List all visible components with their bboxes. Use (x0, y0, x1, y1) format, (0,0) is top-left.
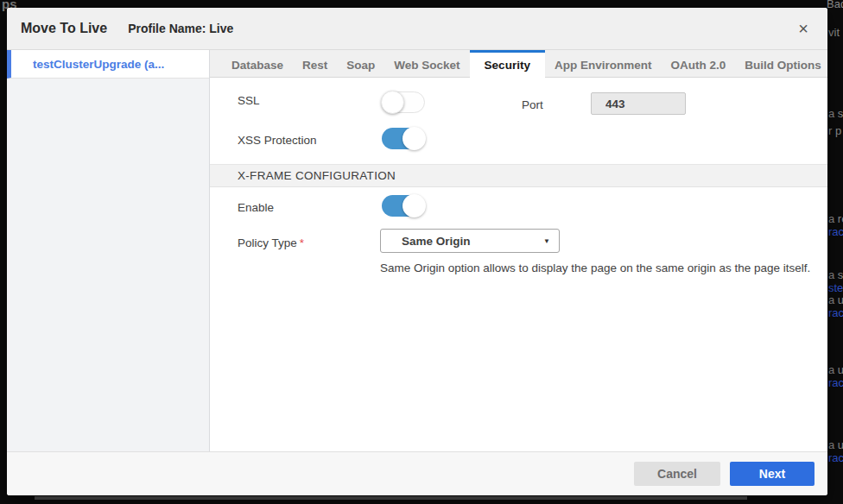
policy-type-label-text: Policy Type (238, 236, 297, 249)
next-button[interactable]: Next (730, 462, 814, 486)
close-icon[interactable]: × (793, 18, 814, 39)
settings-tabbar: Database Rest Soap Web Socket Security A… (210, 50, 827, 78)
background-text-fragment: a u (828, 293, 843, 306)
sidebar-item-app[interactable]: testClusterUpgrade (a... (7, 50, 209, 79)
background-text-fragment: a s (828, 107, 843, 120)
background-text-fragment: rac (828, 376, 843, 389)
required-asterisk: * (300, 236, 304, 249)
enable-label: Enable (238, 201, 274, 214)
background-text-fragment: r p (828, 124, 841, 137)
xss-protection-toggle[interactable] (382, 128, 425, 149)
background-text-fragment: a u (828, 438, 843, 451)
toggle-knob (381, 91, 404, 114)
xss-protection-label: XSS Protection (238, 134, 317, 147)
app-list-sidebar: testClusterUpgrade (a... (7, 50, 210, 451)
tab-build-options[interactable]: Build Options (735, 50, 827, 77)
dialog-footer: Cancel Next (7, 451, 827, 495)
security-tab-content: SSL Port XSS Protection X-FRAME CONFIGUR… (210, 78, 827, 451)
background-text-fragment: a s (828, 268, 843, 281)
xframe-section-header: X-FRAME CONFIGURATION (210, 164, 827, 187)
policy-help-text: Same Origin option allows to display the… (380, 261, 810, 274)
toggle-knob (402, 194, 426, 217)
ssl-toggle[interactable] (382, 91, 425, 113)
tab-database[interactable]: Database (222, 50, 293, 77)
tab-security[interactable]: Security (470, 50, 545, 78)
chevron-down-icon: ▼ (543, 237, 550, 245)
background-text-fragment: ste (828, 281, 843, 294)
sidebar-item-label: testClusterUpgrade (a... (33, 58, 164, 71)
dialog-body: testClusterUpgrade (a... Database Rest S… (7, 50, 827, 451)
tab-app-environment[interactable]: App Environment (545, 50, 662, 77)
background-text-fragment: a re (828, 212, 843, 225)
background-text-fragment: vit (828, 26, 840, 39)
tab-web-socket[interactable]: Web Socket (384, 50, 469, 77)
background-text-fragment: Bad (827, 0, 843, 10)
tab-soap[interactable]: Soap (337, 50, 384, 77)
ssl-label: SSL (238, 94, 260, 107)
move-to-live-dialog: Move To Live Profile Name: Live × testCl… (7, 8, 827, 495)
background-scrollbar (35, 496, 747, 500)
main-panel: Database Rest Soap Web Socket Security A… (210, 50, 827, 451)
port-label: Port (522, 98, 543, 111)
dialog-header: Move To Live Profile Name: Live × (7, 8, 827, 50)
policy-type-select[interactable]: Same Origin ▼ (380, 229, 560, 253)
policy-type-label: Policy Type* (238, 236, 304, 249)
background-text-fragment: a u (828, 363, 843, 376)
cancel-button[interactable]: Cancel (634, 462, 720, 486)
port-input[interactable] (591, 92, 686, 115)
xframe-enable-toggle[interactable] (382, 195, 425, 217)
dialog-title: Move To Live (21, 21, 107, 36)
background-text-fragment: rac (828, 225, 843, 238)
profile-name-label: Profile Name: Live (128, 22, 233, 35)
background-text-fragment: rac (828, 306, 843, 319)
background-text-fragment: rac (828, 451, 843, 464)
toggle-knob (402, 127, 426, 150)
tab-oauth[interactable]: OAuth 2.0 (661, 50, 735, 77)
xframe-section-title: X-FRAME CONFIGURATION (238, 169, 396, 182)
policy-type-selected-value: Same Origin (402, 235, 543, 248)
tab-rest[interactable]: Rest (293, 50, 337, 77)
